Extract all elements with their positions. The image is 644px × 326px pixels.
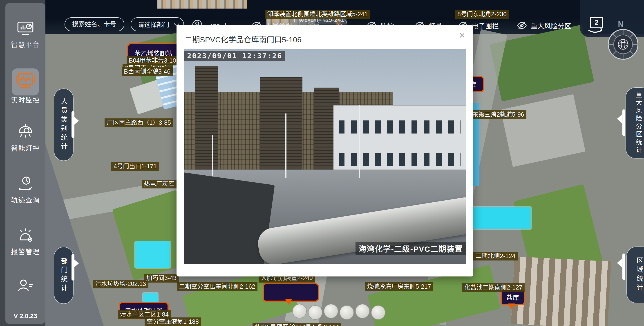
view-2d-icon: 2 <box>586 16 606 35</box>
app-version: V 2.0.23 <box>6 312 46 320</box>
panel-tab-person-category-stats[interactable]: 人员类别统计 <box>54 88 74 161</box>
map-camera-label[interactable]: 烧碱冷冻厂房东侧5-217 <box>365 282 433 291</box>
department-select-value: 请选择部门 <box>138 20 169 29</box>
panel-tab-label: 重大风险分区统计 <box>635 91 642 154</box>
sidebar-item-label: 轨迹查询 <box>6 195 46 204</box>
panel-tab-label: 人员类别统计 <box>60 98 67 152</box>
map-warehouse-roof <box>511 256 611 326</box>
sidebar-item-alarm[interactable]: 报警管理 <box>6 227 46 256</box>
photo-lamp-pole <box>285 113 286 178</box>
collapse-handle-arrow-icon <box>617 114 622 123</box>
panel-tab-department-stats[interactable]: 部门统计 <box>54 247 74 304</box>
panel-tab-label: 区域统计 <box>636 257 643 293</box>
photo-watermark: 海湾化学-二级-PVC二期装置 <box>356 242 466 255</box>
photo-tower <box>195 66 218 170</box>
view-2d-toggle[interactable]: 2 <box>586 16 606 36</box>
sidebar-item-platform[interactable]: 智慧平台 <box>6 19 46 49</box>
map-tank <box>324 304 338 318</box>
map-tank <box>355 304 370 318</box>
map-pool <box>143 293 158 302</box>
map-pin-pointer <box>508 303 515 309</box>
map-shape <box>158 0 247 9</box>
photo-tower <box>260 77 302 170</box>
sidebar-item-contacts[interactable] <box>6 276 46 296</box>
map-camera-label[interactable]: 加药间3-43 <box>144 274 179 282</box>
map-camera-label[interactable]: 厂区南主路西（1）3-85 <box>104 118 173 127</box>
map-camera-label[interactable]: 东第三跨2轨道5-96 <box>470 110 526 119</box>
map-pin-pointer <box>285 299 292 305</box>
alarm-management-icon <box>16 242 35 246</box>
map-area-label-text: 盐库 <box>506 293 519 302</box>
map-pool <box>135 241 170 268</box>
compass[interactable] <box>606 28 640 62</box>
close-icon[interactable]: × <box>459 30 465 40</box>
toggle-major-risk[interactable]: 重大风险分区 <box>517 20 571 31</box>
map-camera-label[interactable]: 污水垃圾场-202.13 <box>93 280 148 288</box>
sidebar-item-label: 实时监控 <box>6 95 46 104</box>
person-list-icon <box>16 292 35 296</box>
eye-off-icon <box>517 20 527 31</box>
map-camera-label[interactable]: 化盐池二期南侧2-127 <box>462 283 524 292</box>
sidebar-item-realtime-monitor[interactable]: 实时监控 <box>6 71 46 104</box>
toggle-label: 电子围栏 <box>472 21 499 30</box>
svg-text:2: 2 <box>594 19 598 26</box>
department-select[interactable]: 请选择部门 <box>131 17 184 31</box>
search-input[interactable] <box>72 21 117 28</box>
map-pool <box>472 207 531 229</box>
collapse-handle[interactable] <box>622 109 625 136</box>
sidebar-item-label: 智慧平台 <box>6 39 46 49</box>
map-tank <box>292 304 307 318</box>
map-building <box>501 94 586 167</box>
map-camera-label[interactable]: 4号门出口1-171 <box>111 162 159 171</box>
sidebar-item-smart-light[interactable]: 智能灯控 <box>6 123 46 153</box>
map-camera-label[interactable]: 空分空压液氮1-188 <box>144 317 201 326</box>
map-camera-label[interactable]: B西南侧全貌3-46 <box>122 67 173 76</box>
photo-lamp-pole <box>359 105 360 178</box>
camera-popup-title: 二期SPVC化学品仓库南门口5-106 <box>184 34 302 45</box>
collapse-handle-arrow-icon <box>617 258 622 267</box>
photo-timestamp: 2023/09/01 12:37:26 <box>184 51 285 61</box>
map-camera-label[interactable]: 二期北侧2-124 <box>473 252 518 260</box>
panel-tab-major-risk-zone-stats[interactable]: 重大风险分区统计 <box>626 87 644 158</box>
map-tank <box>308 305 322 320</box>
camera-photo: 2023/09/01 12:37:26 海湾化学-二级-PVC二期装置 <box>184 49 466 264</box>
smart-light-icon <box>16 139 35 142</box>
sidebar: 智慧平台 实时监控 智能灯控 <box>6 3 46 324</box>
panel-tab-area-stats[interactable]: 区域统计 <box>626 247 644 303</box>
smart-platform-icon <box>16 35 35 39</box>
realtime-monitor-icon <box>14 89 36 93</box>
map-edge-wedge <box>46 144 104 326</box>
photo-window-row <box>339 153 460 166</box>
map-camera-label[interactable]: 二期空分空压车间北侧2-162 <box>177 282 258 291</box>
collapse-handle-arrow-icon <box>74 116 79 125</box>
map-tank <box>371 305 386 320</box>
map-camera-label[interactable]: 卸苯装置北侧围墙北英雄路区域5-241 <box>265 10 370 19</box>
map-camera-label[interactable]: 8号门东北角2-230 <box>455 10 509 19</box>
toggle-label: 重大风险分区 <box>531 21 571 30</box>
trajectory-query-icon <box>16 191 35 194</box>
photo-window-row <box>339 120 460 133</box>
sidebar-item-label: 报警管理 <box>6 246 46 256</box>
sidebar-item-label: 智能灯控 <box>6 143 46 153</box>
map-tank <box>340 305 354 320</box>
collapse-handle-arrow-icon <box>74 259 79 268</box>
search-field[interactable] <box>64 17 124 31</box>
sidebar-item-trajectory[interactable]: 轨迹查询 <box>6 175 46 204</box>
camera-popup: 二期SPVC化学品仓库南门口5-106 × 2023/09/01 12:37:2… <box>176 25 473 276</box>
collapse-handle[interactable] <box>622 253 625 280</box>
map-camera-label[interactable]: 冷水4号东侧2-134 <box>288 323 341 326</box>
panel-tab-label: 部门统计 <box>60 257 67 293</box>
map-camera-label[interactable]: 热电厂灰库 <box>142 180 176 189</box>
